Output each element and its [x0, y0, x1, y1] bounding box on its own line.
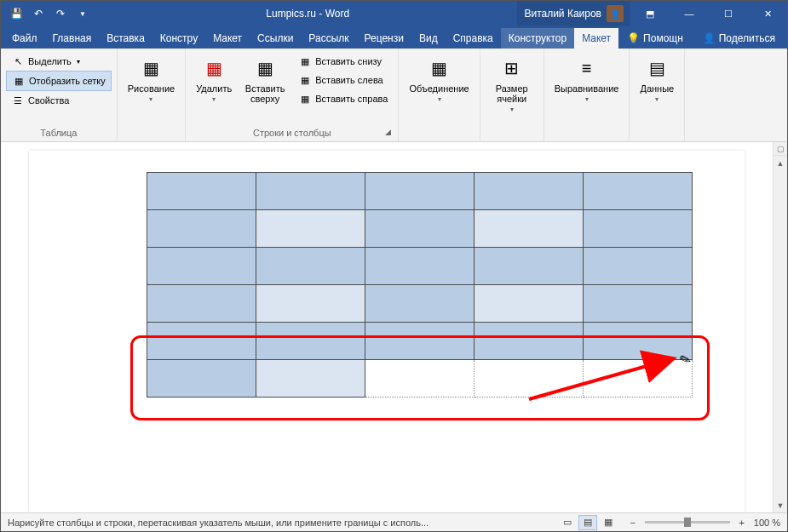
- zoom-level[interactable]: 100 %: [754, 518, 780, 528]
- window-title: Lumpics.ru - Word: [98, 8, 517, 20]
- vertical-scrollbar[interactable]: ▢ ▲ ▼: [773, 142, 787, 512]
- maximize-button[interactable]: ☐: [709, 1, 748, 26]
- tab-review[interactable]: Рецензи: [357, 28, 411, 49]
- table-row[interactable]: [147, 323, 693, 360]
- ribbon: ↖Выделить▾ ▦Отобразить сетку ☰Свойства Т…: [1, 49, 787, 142]
- group-label-draw: [123, 136, 180, 140]
- merge-icon: ▦: [426, 54, 453, 82]
- close-button[interactable]: ✕: [748, 1, 787, 26]
- draw-table-button[interactable]: ▦ Рисование ▾: [123, 52, 180, 106]
- insert-below-button[interactable]: ▦Вставить снизу: [293, 52, 393, 71]
- alignment-icon: ≡: [573, 54, 601, 82]
- table-row[interactable]: [147, 248, 693, 285]
- insert-right-icon: ▦: [298, 92, 312, 106]
- ribbon-tabs: Файл Главная Вставка Констру Макет Ссылк…: [1, 26, 787, 49]
- group-draw: ▦ Рисование ▾: [118, 49, 186, 141]
- scroll-up-icon[interactable]: ▲: [774, 156, 787, 170]
- tell-me-button[interactable]: 💡Помощн: [618, 28, 692, 49]
- delete-button[interactable]: ▦ Удалить ▾: [191, 52, 237, 106]
- view-switcher: ▭ ▤ ▦: [558, 515, 618, 530]
- tab-table-layout[interactable]: Макет: [574, 28, 618, 49]
- cell-size-button[interactable]: ⊞ Размер ячейки ▾: [486, 52, 538, 116]
- group-rows-cols: ▦ Удалить ▾ ▦ Вставить сверху ▦Вставить …: [186, 49, 399, 141]
- ribbon-options-button[interactable]: ⬒: [630, 1, 670, 26]
- group-label-cellsize: [486, 136, 538, 140]
- group-label-align: [549, 136, 624, 140]
- grid-icon: ▦: [12, 74, 26, 88]
- alignment-button[interactable]: ≡ Выравнивание ▾: [549, 52, 624, 106]
- tab-design[interactable]: Констру: [152, 28, 205, 49]
- table-row[interactable]: [147, 173, 693, 210]
- data-button[interactable]: ▤ Данные ▾: [635, 52, 679, 106]
- status-message: Нарисуйте столбцы и строки, перетаскивая…: [8, 518, 549, 528]
- insert-above-button[interactable]: ▦ Вставить сверху: [239, 52, 291, 106]
- view-gridlines-button[interactable]: ▦Отобразить сетку: [6, 71, 112, 91]
- share-icon: 👤: [703, 32, 716, 44]
- merge-button[interactable]: ▦ Объединение ▾: [404, 52, 474, 106]
- undo-button[interactable]: ↶: [28, 3, 49, 24]
- minimize-button[interactable]: —: [670, 1, 709, 26]
- print-layout-button[interactable]: ▤: [578, 515, 597, 530]
- cursor-icon: ↖: [11, 54, 25, 68]
- group-label-table: Таблица: [6, 126, 112, 140]
- zoom-in-button[interactable]: +: [735, 518, 749, 528]
- qat-customize-button[interactable]: ▼: [72, 3, 93, 24]
- user-name: Виталий Каиров: [524, 8, 601, 20]
- document-area: ▢ ▲ ▼: [1, 142, 787, 512]
- ruler-toggle[interactable]: ▢: [774, 142, 787, 156]
- group-cellsize: ⊞ Размер ячейки ▾: [480, 49, 544, 141]
- group-label-merge: [404, 136, 474, 140]
- tab-mailings[interactable]: Рассылк: [301, 28, 356, 49]
- insert-below-icon: ▦: [298, 54, 312, 68]
- document-table[interactable]: [147, 172, 693, 398]
- select-button[interactable]: ↖Выделить▾: [6, 52, 112, 71]
- zoom-thumb[interactable]: [684, 518, 691, 527]
- read-mode-button[interactable]: ▭: [558, 515, 577, 530]
- window-controls: ⬒ — ☐ ✕: [630, 1, 787, 26]
- tab-references[interactable]: Ссылки: [250, 28, 301, 49]
- group-merge: ▦ Объединение ▾: [399, 49, 480, 141]
- scroll-track[interactable]: [774, 170, 787, 498]
- dialog-launcher-icon[interactable]: ◢: [382, 128, 393, 138]
- title-bar: 💾 ↶ ↷ ▼ Lumpics.ru - Word Виталий Каиров…: [1, 1, 787, 26]
- insert-left-icon: ▦: [298, 73, 312, 87]
- status-bar: Нарисуйте столбцы и строки, перетаскивая…: [1, 512, 787, 531]
- tab-help[interactable]: Справка: [446, 28, 501, 49]
- cell-size-icon: ⊞: [498, 54, 526, 82]
- tab-view[interactable]: Вид: [411, 28, 446, 49]
- avatar: 👤: [607, 5, 624, 22]
- zoom-control: − + 100 %: [626, 518, 780, 528]
- redo-button[interactable]: ↷: [50, 3, 71, 24]
- share-button[interactable]: 👤Поделиться: [694, 28, 784, 49]
- tab-layout[interactable]: Макет: [205, 28, 250, 49]
- group-label-data: [635, 136, 679, 140]
- user-account[interactable]: Виталий Каиров 👤: [517, 1, 630, 26]
- insert-right-button[interactable]: ▦Вставить справа: [293, 89, 393, 108]
- data-icon: ▤: [643, 54, 670, 82]
- quick-access-toolbar: 💾 ↶ ↷ ▼: [1, 3, 98, 24]
- zoom-slider[interactable]: [645, 521, 730, 523]
- properties-button[interactable]: ☰Свойства: [6, 91, 112, 110]
- table-row[interactable]: [147, 285, 693, 323]
- group-data: ▤ Данные ▾: [630, 49, 685, 141]
- delete-icon: ▦: [200, 54, 227, 82]
- scroll-down-icon[interactable]: ▼: [774, 498, 787, 512]
- insert-left-button[interactable]: ▦Вставить слева: [293, 71, 393, 89]
- zoom-out-button[interactable]: −: [626, 518, 640, 528]
- lightbulb-icon: 💡: [627, 32, 640, 44]
- tab-home[interactable]: Главная: [45, 28, 100, 49]
- table-row[interactable]: [147, 360, 693, 398]
- table-row[interactable]: [147, 210, 693, 248]
- draw-table-icon: ▦: [137, 54, 164, 82]
- properties-icon: ☰: [11, 94, 25, 107]
- page[interactable]: [29, 151, 745, 512]
- group-label-rowscols: Строки и столбцы◢: [191, 126, 393, 140]
- tab-insert[interactable]: Вставка: [99, 28, 152, 49]
- insert-above-icon: ▦: [251, 54, 279, 82]
- autosave-icon[interactable]: 💾: [6, 3, 26, 24]
- tab-table-design[interactable]: Конструктор: [501, 28, 574, 49]
- web-layout-button[interactable]: ▦: [599, 515, 618, 530]
- tab-file[interactable]: Файл: [4, 28, 45, 49]
- group-align: ≡ Выравнивание ▾: [544, 49, 630, 141]
- group-table: ↖Выделить▾ ▦Отобразить сетку ☰Свойства Т…: [1, 49, 118, 141]
